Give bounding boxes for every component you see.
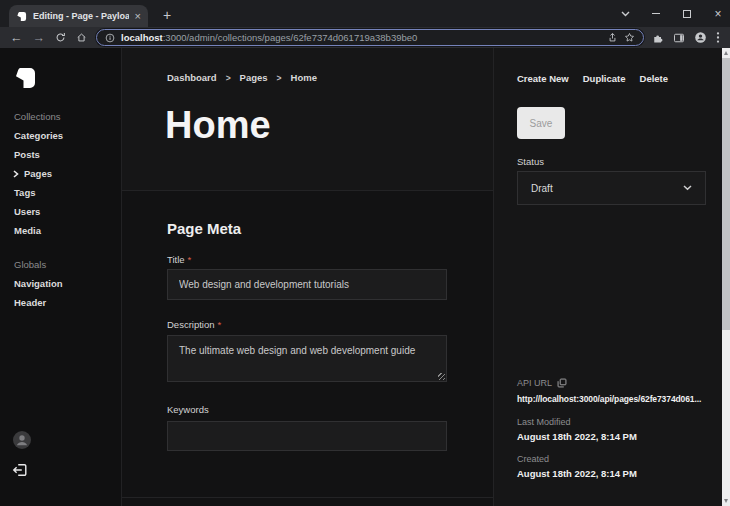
required-asterisk: * (218, 319, 222, 330)
title-input[interactable] (167, 269, 447, 300)
sidebar: Collections Categories Posts Pages Tags … (0, 48, 122, 506)
maximize-button[interactable] (681, 10, 693, 18)
home-icon[interactable] (76, 32, 87, 43)
create-new-link[interactable]: Create New (517, 73, 569, 84)
api-url-link[interactable]: http://localhost:3000/api/pages/62fe7374… (517, 394, 709, 404)
refresh-icon[interactable] (55, 32, 66, 43)
tab-close-icon[interactable]: × (135, 11, 141, 22)
logout-icon[interactable] (12, 462, 28, 482)
description-textarea[interactable]: The ultimate web design and web developm… (167, 335, 447, 382)
url-path: :3000/admin/collections/pages/62fe7374d0… (163, 32, 418, 43)
account-avatar-icon[interactable] (12, 430, 32, 450)
status-value: Draft (531, 183, 553, 194)
sidebar-item-posts[interactable]: Posts (14, 149, 40, 160)
sidebar-item-media[interactable]: Media (14, 225, 41, 236)
window-controls: × (619, 0, 724, 27)
scrollbar-down-arrow[interactable] (724, 499, 728, 503)
collections-group-label: Collections (14, 111, 60, 122)
breadcrumb-pages[interactable]: Pages (240, 72, 268, 83)
new-tab-button[interactable]: + (158, 7, 176, 25)
created-label: Created (517, 454, 549, 464)
url-text: localhost:3000/admin/collections/pages/6… (121, 32, 601, 43)
scrollbar-thumb[interactable] (722, 58, 730, 330)
sidebar-item-navigation[interactable]: Navigation (14, 278, 63, 289)
share-icon[interactable] (607, 32, 618, 43)
forward-icon[interactable]: → (33, 32, 46, 44)
url-bar[interactable]: localhost:3000/admin/collections/pages/6… (96, 29, 644, 46)
side-panel-icon[interactable] (673, 32, 685, 44)
profile-avatar-icon[interactable] (694, 31, 707, 44)
breadcrumb-separator: > (226, 73, 231, 83)
tab-search-chevron-icon[interactable] (619, 11, 631, 17)
browser-window: Editing - Page - Payload × + × ← → local… (0, 0, 730, 506)
browser-tab[interactable]: Editing - Page - Payload × (9, 5, 148, 27)
browser-menu-kebab-icon[interactable] (716, 31, 720, 44)
globals-group-label: Globals (14, 259, 46, 270)
url-host: localhost (121, 32, 163, 43)
api-url-label-row: API URL (517, 378, 567, 388)
description-field: The ultimate web design and web developm… (167, 335, 447, 382)
tab-strip: Editing - Page - Payload × + × (0, 0, 730, 27)
save-button[interactable]: Save (517, 107, 565, 139)
document-actions: Create New Duplicate Delete (517, 73, 668, 84)
toolbar-extensions-area (652, 31, 720, 44)
textarea-resize-handle[interactable] (438, 373, 445, 380)
payload-admin-app: Collections Categories Posts Pages Tags … (0, 48, 730, 506)
document-actions-panel: Create New Duplicate Delete Save Status … (493, 48, 722, 506)
title-field-label: Title* (167, 254, 191, 265)
status-label: Status (517, 156, 544, 167)
chevron-down-icon (683, 185, 692, 191)
sidebar-item-tags[interactable]: Tags (14, 187, 35, 198)
back-icon[interactable]: ← (10, 32, 23, 44)
breadcrumb-dashboard[interactable]: Dashboard (167, 72, 217, 83)
copy-icon[interactable] (557, 378, 567, 388)
delete-link[interactable]: Delete (640, 73, 669, 84)
browser-toolbar: ← → localhost:3000/admin/collections/pag… (0, 27, 730, 48)
site-info-icon[interactable] (105, 33, 115, 43)
last-modified-label: Last Modified (517, 417, 571, 427)
sidebar-item-categories[interactable]: Categories (14, 130, 63, 141)
keywords-field-label: Keywords (167, 404, 209, 415)
keywords-input[interactable] (167, 421, 447, 451)
last-modified-value: August 18th 2022, 8:14 PM (517, 431, 637, 442)
breadcrumb-separator: > (277, 73, 282, 83)
chevron-right-icon (13, 170, 19, 178)
page-scrollbar[interactable] (722, 48, 730, 506)
page-title: Home (165, 104, 271, 147)
minimize-button[interactable] (650, 13, 662, 14)
bookmark-star-icon[interactable] (624, 32, 635, 43)
breadcrumb-home: Home (291, 72, 317, 83)
sidebar-item-users[interactable]: Users (14, 206, 40, 217)
close-window-button[interactable]: × (712, 7, 724, 21)
section-title-page-meta: Page Meta (167, 220, 241, 237)
scrollbar-up-arrow[interactable] (724, 51, 728, 55)
breadcrumb: Dashboard > Pages > Home (167, 72, 317, 83)
payload-logo-icon[interactable] (13, 66, 37, 94)
edit-view: Dashboard > Pages > Home Home Page Meta … (122, 48, 493, 506)
extensions-puzzle-icon[interactable] (652, 32, 664, 44)
sidebar-item-pages[interactable]: Pages (13, 168, 52, 179)
payload-favicon (16, 11, 27, 22)
tab-title: Editing - Page - Payload (33, 11, 129, 21)
required-asterisk: * (188, 254, 192, 265)
duplicate-link[interactable]: Duplicate (583, 73, 626, 84)
sidebar-item-header[interactable]: Header (14, 297, 46, 308)
section-divider (122, 497, 493, 498)
api-url-label: API URL (517, 378, 552, 388)
description-field-label: Description* (167, 319, 221, 330)
created-value: August 18th 2022, 8:14 PM (517, 468, 637, 479)
status-dropdown[interactable]: Draft (517, 171, 706, 205)
